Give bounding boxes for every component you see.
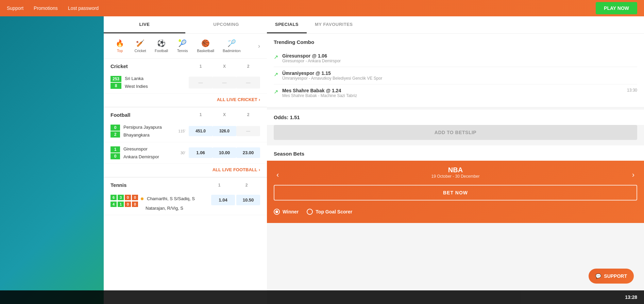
trend-name-2: Mes Shahre Babak @ 1.24 <box>282 88 357 93</box>
football-score2-0: 2 <box>111 131 120 138</box>
support-fab-button[interactable]: 💬 SUPPORT <box>589 269 634 284</box>
promotions-link[interactable]: Promotions <box>34 5 58 11</box>
football-score1-1: 1 <box>111 146 120 153</box>
tennis-odd2[interactable]: 10.50 <box>236 195 260 205</box>
tennis-team2: Natarajan, R/Vig, S <box>146 204 183 212</box>
cricket-odd1[interactable]: — <box>189 77 213 89</box>
football-score-box-1: 1 0 <box>111 146 120 159</box>
support-fab-label: SUPPORT <box>604 273 627 279</box>
sport-badminton[interactable]: 🏸 Badminton <box>219 37 244 55</box>
nba-next-button[interactable]: › <box>629 171 637 179</box>
tennis-s1-g1: 6 <box>111 195 117 200</box>
cricket-oddX[interactable]: — <box>213 77 236 89</box>
tennis-icon: 🎾 <box>178 39 187 47</box>
bottom-taskbar: 13:28 <box>0 290 644 304</box>
football-match-0: 0 2 Persipura Jayapura Bhayangkara 115' … <box>104 121 267 142</box>
system-time: 13:28 <box>625 294 637 300</box>
lost-password-link[interactable]: Lost password <box>68 5 99 11</box>
tennis-team1: Chamarthi, S S/Sadiq, S <box>147 195 195 203</box>
football-oddX-1[interactable]: 10.00 <box>213 147 236 158</box>
specials-tab-specials[interactable]: SPECIALS <box>267 16 307 33</box>
support-link[interactable]: Support <box>7 5 23 11</box>
sport-basketball[interactable]: 🏀 Basketball <box>193 37 218 55</box>
trend-arrow-0: ↗ <box>274 54 278 60</box>
tennis-col2: 2 <box>233 183 260 188</box>
cricket-icon: 🏏 <box>136 39 145 47</box>
football-odds-1: 1.06 10.00 23.00 <box>189 147 260 158</box>
bet-now-button[interactable]: BET NOW <box>274 185 637 201</box>
trending-title: Trending Combo <box>274 39 637 45</box>
football-section: Football 1 X 2 0 2 Persipura Jayapura Bh… <box>104 107 267 177</box>
football-score2-1: 0 <box>111 153 120 159</box>
sport-tennis[interactable]: 🎾 Tennis <box>173 37 192 55</box>
cricket-team2: West Indies <box>125 82 189 90</box>
tennis-teams: Chamarthi, S S/Sadiq, S Natarajan, R/Vig… <box>141 195 211 212</box>
specials-tabs: SPECIALS MY FAVOURITES <box>267 16 644 34</box>
football-col2: 2 <box>236 112 260 117</box>
cricket-col1: 1 <box>189 64 213 69</box>
tab-live[interactable]: LIVE <box>104 16 185 33</box>
sport-football[interactable]: ⚽ Football <box>151 37 171 55</box>
cricket-title: Cricket <box>111 63 128 69</box>
tab-upcoming[interactable]: UPCOMING <box>185 16 267 33</box>
specials-panel: SPECIALS MY FAVOURITES Trending Combo ↗ … <box>267 16 644 304</box>
sports-more-chevron[interactable]: › <box>258 43 260 50</box>
play-now-button[interactable]: PLAY NOW <box>596 2 637 14</box>
sport-football-label: Football <box>155 49 168 53</box>
sport-tennis-label: Tennis <box>177 49 188 53</box>
all-live-cricket[interactable]: ALL LIVE CRICKET › <box>104 94 267 107</box>
football-odd2-1[interactable]: 23.00 <box>236 147 260 158</box>
serve-indicator <box>141 197 143 200</box>
all-live-football[interactable]: ALL LIVE FOOTBALL › <box>104 164 267 177</box>
nba-option-top-scorer[interactable]: Top Goal Scorer <box>307 209 352 215</box>
sport-cricket[interactable]: 🏏 Cricket <box>131 37 150 55</box>
football-oddX-0[interactable]: 326.0 <box>213 126 236 136</box>
tennis-s2-g2: 1 <box>118 202 124 207</box>
football-odd1-1[interactable]: 1.06 <box>189 147 213 158</box>
cricket-score2: 8 <box>111 83 121 89</box>
tennis-header: Tennis 1 2 <box>104 177 267 191</box>
cricket-match-0: 253 8 Sri Lanka West Indies — — — <box>104 72 267 94</box>
football-time-1: 30' <box>181 151 185 155</box>
football-col1: 1 <box>189 112 213 117</box>
sport-top[interactable]: 🔥 Top <box>111 37 129 55</box>
cricket-score-box: 253 8 <box>111 76 121 89</box>
top-scorer-radio[interactable] <box>307 209 313 215</box>
tennis-s2-g1: 4 <box>111 202 117 207</box>
football-team2-1: Ankara Demirspor <box>123 153 181 161</box>
football-odd1-0[interactable]: 451.0 <box>189 126 213 136</box>
football-match-1: 1 0 Giresunspor Ankara Demirspor 30' 1.0… <box>104 142 267 164</box>
add-to-betslip-button[interactable]: ADD TO BETSLIP <box>274 125 637 140</box>
sport-cricket-label: Cricket <box>134 49 146 53</box>
cricket-teams: Sri Lanka West Indies <box>125 75 189 91</box>
sport-top-label: Top <box>117 49 123 53</box>
winner-radio[interactable] <box>274 209 280 215</box>
sport-basketball-label: Basketball <box>197 49 214 53</box>
nav-links: Support Promotions Lost password <box>7 5 99 11</box>
odds-label: Odds: <box>274 114 288 120</box>
nba-card-header: ‹ NBA 19 October - 30 December › <box>274 166 637 183</box>
football-odd2-0[interactable]: — <box>236 126 260 136</box>
cricket-col2: 2 <box>236 64 260 69</box>
season-bets-title: Season Bets <box>267 145 644 161</box>
tennis-s2-g4: 0 <box>132 202 138 207</box>
trend-arrow-2: ↗ <box>274 89 278 95</box>
top-scorer-label: Top Goal Scorer <box>316 209 352 214</box>
cricket-colX: X <box>213 64 236 69</box>
chat-icon: 💬 <box>595 273 601 279</box>
nba-prev-button[interactable]: ‹ <box>274 171 282 179</box>
nba-option-winner[interactable]: Winner <box>274 209 299 215</box>
sport-badminton-label: Badminton <box>223 49 241 53</box>
specials-tab-favourites[interactable]: MY FAVOURITES <box>307 16 361 33</box>
cricket-odds: — — — <box>189 77 260 89</box>
football-title: Football <box>111 112 130 118</box>
football-teams-0: Persipura Jayapura Bhayangkara <box>123 123 179 139</box>
tennis-odd1[interactable]: 1.04 <box>211 195 235 205</box>
football-score1-0: 0 <box>111 125 120 131</box>
cricket-header: Cricket 1 X 2 <box>104 59 267 72</box>
tennis-odds: 1.04 10.50 <box>211 195 260 205</box>
cricket-odd2[interactable]: — <box>236 77 260 89</box>
cricket-score1: 253 <box>111 76 121 82</box>
tennis-s1-g4: 0 <box>132 195 138 200</box>
tennis-s1-g3: 0 <box>125 195 131 200</box>
